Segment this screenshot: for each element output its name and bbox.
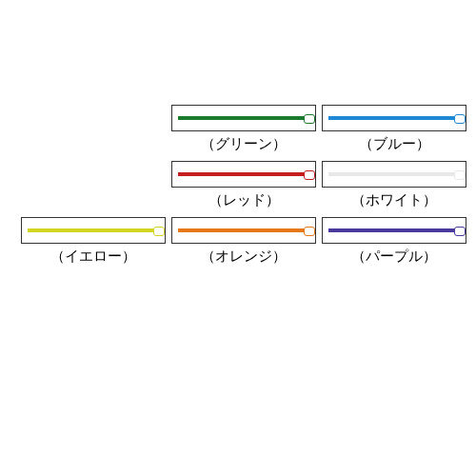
row-3: （イエロー） （オレンジ） （パープル） [0,217,476,266]
swatch-item-green: （グリーン） [171,105,316,153]
label-purple: （パープル） [351,248,437,266]
label-white: （ホワイト） [351,191,437,209]
swatch-purple [322,217,466,244]
handle-icon [178,116,309,120]
swatch-item-purple: （パープル） [322,217,466,266]
row-2: （レッド） （ホワイト） [0,161,476,209]
swatch-red [171,161,316,188]
swatch-blue [322,105,466,131]
label-blue: （ブルー） [359,135,430,153]
color-swatch-grid: （グリーン） （ブルー） （レッド） （ホワイト） （イエロ [0,105,476,273]
handle-icon [178,172,309,176]
swatch-item-yellow: （イエロー） [21,217,166,266]
label-red: （レッド） [208,191,280,209]
swatch-yellow [21,217,166,244]
swatch-item-blue: （ブルー） [322,105,466,153]
swatch-item-red: （レッド） [171,161,316,209]
swatch-item-white: （ホワイト） [322,161,466,209]
swatch-white [322,161,466,188]
handle-icon [328,116,460,120]
swatch-orange [171,217,316,244]
handle-icon [178,228,309,232]
swatch-green [171,105,316,131]
row-1: （グリーン） （ブルー） [0,105,476,153]
handle-icon [28,228,159,232]
handle-icon [328,228,460,232]
handle-icon [328,172,460,176]
label-orange: （オレンジ） [201,248,287,266]
swatch-item-orange: （オレンジ） [171,217,316,266]
label-green: （グリーン） [201,135,287,153]
label-yellow: （イエロー） [50,248,136,266]
